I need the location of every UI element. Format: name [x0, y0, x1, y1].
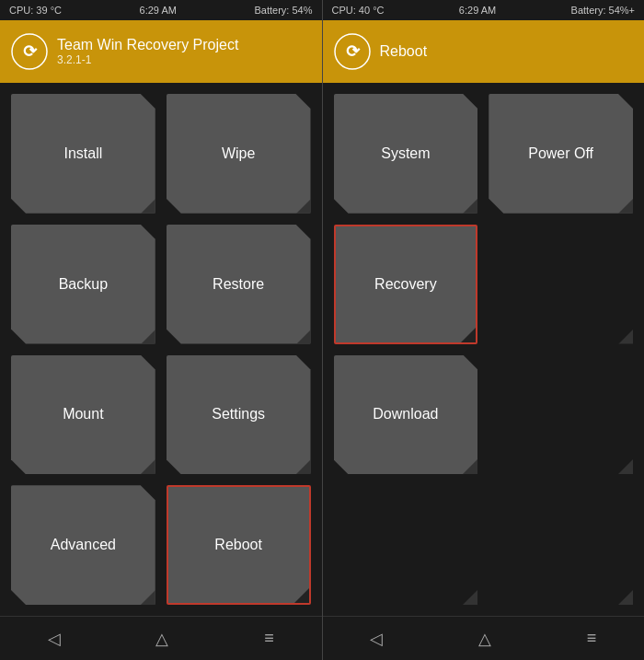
right-button-grid: System Power Off Recovery Download: [323, 83, 645, 616]
empty-slot-3: [334, 485, 478, 605]
left-nav-bar: ◁ △ ≡: [0, 616, 322, 660]
left-cpu: CPU: 39 °C: [9, 5, 62, 16]
backup-button[interactable]: Backup: [11, 225, 155, 344]
empty-slot-4: [489, 485, 633, 605]
reboot-button[interactable]: Reboot: [167, 485, 311, 605]
recovery-button[interactable]: Recovery: [334, 225, 478, 344]
right-time: 6:29 AM: [459, 5, 496, 16]
mount-button[interactable]: Mount: [11, 355, 155, 475]
right-status-bar: CPU: 40 °C 6:29 AM Battery: 54%+: [323, 0, 645, 20]
left-header-title: Team Win Recovery Project: [57, 37, 238, 53]
right-menu-icon[interactable]: ≡: [587, 629, 597, 648]
right-home-icon[interactable]: △: [478, 629, 491, 649]
system-button[interactable]: System: [334, 94, 478, 214]
left-status-bar: CPU: 39 °C 6:29 AM Battery: 54%: [0, 0, 322, 20]
left-back-icon[interactable]: ◁: [48, 629, 61, 649]
left-battery: Battery: 54%: [255, 5, 313, 16]
left-header-text: Team Win Recovery Project 3.2.1-1: [57, 37, 238, 66]
left-time: 6:29 AM: [140, 5, 177, 16]
left-home-icon[interactable]: △: [155, 629, 168, 649]
right-battery: Battery: 54%+: [571, 5, 635, 16]
settings-button[interactable]: Settings: [167, 355, 311, 475]
left-panel: CPU: 39 °C 6:29 AM Battery: 54% ⟳ Team W…: [0, 0, 322, 660]
left-header: ⟳ Team Win Recovery Project 3.2.1-1: [0, 20, 322, 83]
right-cpu: CPU: 40 °C: [332, 5, 385, 16]
left-button-grid: Install Wipe Backup Restore Mount Settin…: [0, 83, 322, 616]
left-menu-icon[interactable]: ≡: [264, 629, 274, 648]
right-header: ⟳ Reboot: [323, 20, 645, 83]
right-panel: CPU: 40 °C 6:29 AM Battery: 54%+ ⟳ Reboo…: [323, 0, 645, 660]
download-button[interactable]: Download: [334, 355, 478, 475]
restore-button[interactable]: Restore: [167, 225, 311, 344]
power-off-button[interactable]: Power Off: [489, 94, 633, 214]
right-back-icon[interactable]: ◁: [370, 629, 383, 649]
twrp-logo-icon: ⟳: [11, 33, 48, 70]
advanced-button[interactable]: Advanced: [11, 485, 155, 605]
right-header-title: Reboot: [380, 43, 428, 60]
right-twrp-logo-icon: ⟳: [334, 33, 371, 70]
svg-text:⟳: ⟳: [23, 42, 38, 61]
wipe-button[interactable]: Wipe: [167, 94, 311, 214]
svg-text:⟳: ⟳: [345, 42, 360, 61]
empty-slot-1: [489, 225, 633, 344]
right-nav-bar: ◁ △ ≡: [323, 616, 645, 660]
install-button[interactable]: Install: [11, 94, 155, 214]
left-header-subtitle: 3.2.1-1: [57, 53, 238, 66]
empty-slot-2: [489, 355, 633, 475]
